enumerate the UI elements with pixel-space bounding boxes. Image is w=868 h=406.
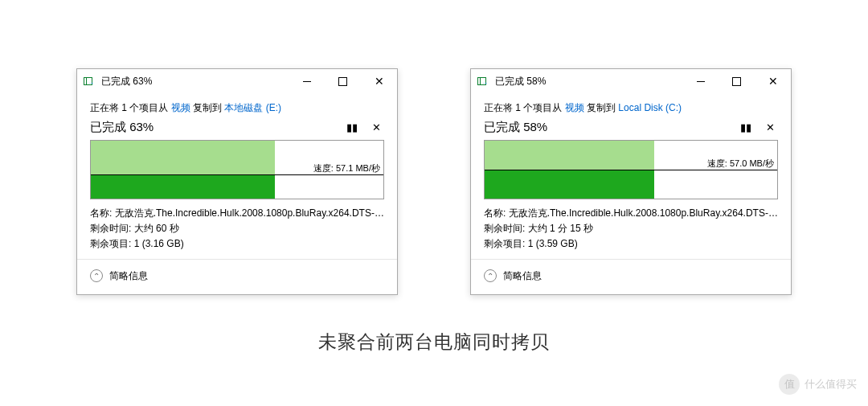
speed-label: 速度: 57.0 MB/秒 bbox=[707, 158, 774, 170]
pause-button[interactable]: ▮▮ bbox=[346, 121, 358, 133]
cancel-button[interactable]: ✕ bbox=[766, 121, 775, 133]
copy-icon: → bbox=[84, 77, 96, 85]
file-name-row: 名称: 无敌浩克.The.Incredible.Hulk.2008.1080p.… bbox=[90, 206, 384, 221]
time-remaining-row: 剩余时间: 大约 60 秒 bbox=[90, 221, 384, 236]
items-remaining-row: 剩余项目: 1 (3.59 GB) bbox=[484, 236, 778, 252]
cancel-button[interactable]: ✕ bbox=[372, 121, 381, 133]
dest-link[interactable]: 本地磁盘 (E:) bbox=[224, 102, 281, 113]
maximize-button[interactable] bbox=[719, 69, 755, 93]
source-link[interactable]: 视频 bbox=[565, 102, 584, 113]
copy-dialog-1: → 已完成 63% ✕ 正在将 1 个项目从 视频 复制到 本地磁盘 (E:) … bbox=[76, 68, 398, 295]
minimize-button[interactable] bbox=[289, 69, 325, 93]
chevron-up-icon: ⌃ bbox=[90, 269, 103, 282]
speed-label: 速度: 57.1 MB/秒 bbox=[313, 162, 380, 174]
caption-text: 未聚合前两台电脑同时拷贝 bbox=[0, 330, 868, 355]
copy-icon: → bbox=[477, 77, 490, 85]
time-remaining-row: 剩余时间: 大约 1 分 15 秒 bbox=[484, 221, 778, 236]
titlebar[interactable]: → 已完成 63% ✕ bbox=[77, 69, 397, 93]
window-title: 已完成 63% bbox=[101, 75, 289, 88]
watermark: 值 什么值得买 bbox=[779, 374, 857, 395]
close-button[interactable]: ✕ bbox=[755, 69, 791, 93]
window-title: 已完成 58% bbox=[495, 75, 682, 88]
details-toggle[interactable]: ⌃ 简略信息 bbox=[90, 260, 384, 294]
details-toggle[interactable]: ⌃ 简略信息 bbox=[484, 260, 778, 294]
maximize-button[interactable] bbox=[325, 69, 361, 93]
items-remaining-row: 剩余项目: 1 (3.16 GB) bbox=[90, 236, 384, 252]
pause-button[interactable]: ▮▮ bbox=[740, 121, 751, 133]
file-name-row: 名称: 无敌浩克.The.Incredible.Hulk.2008.1080p.… bbox=[484, 206, 778, 221]
copy-description: 正在将 1 个项目从 视频 复制到 本地磁盘 (E:) bbox=[90, 101, 384, 115]
speed-chart: 速度: 57.1 MB/秒 bbox=[90, 140, 384, 199]
dest-link[interactable]: Local Disk (C:) bbox=[618, 102, 682, 113]
titlebar[interactable]: → 已完成 58% ✕ bbox=[471, 69, 791, 93]
source-link[interactable]: 视频 bbox=[171, 102, 190, 113]
watermark-badge: 值 bbox=[779, 374, 800, 395]
minimize-button[interactable] bbox=[682, 69, 719, 93]
progress-title: 已完成 63% bbox=[90, 120, 154, 135]
copy-description: 正在将 1 个项目从 视频 复制到 Local Disk (C:) bbox=[484, 101, 778, 115]
progress-title: 已完成 58% bbox=[484, 120, 547, 135]
copy-dialog-2: → 已完成 58% ✕ 正在将 1 个项目从 视频 复制到 Local Disk… bbox=[470, 68, 792, 295]
watermark-text: 什么值得买 bbox=[805, 377, 857, 392]
close-button[interactable]: ✕ bbox=[361, 69, 397, 93]
chevron-up-icon: ⌃ bbox=[484, 269, 497, 282]
speed-chart: 速度: 57.0 MB/秒 bbox=[484, 140, 778, 199]
